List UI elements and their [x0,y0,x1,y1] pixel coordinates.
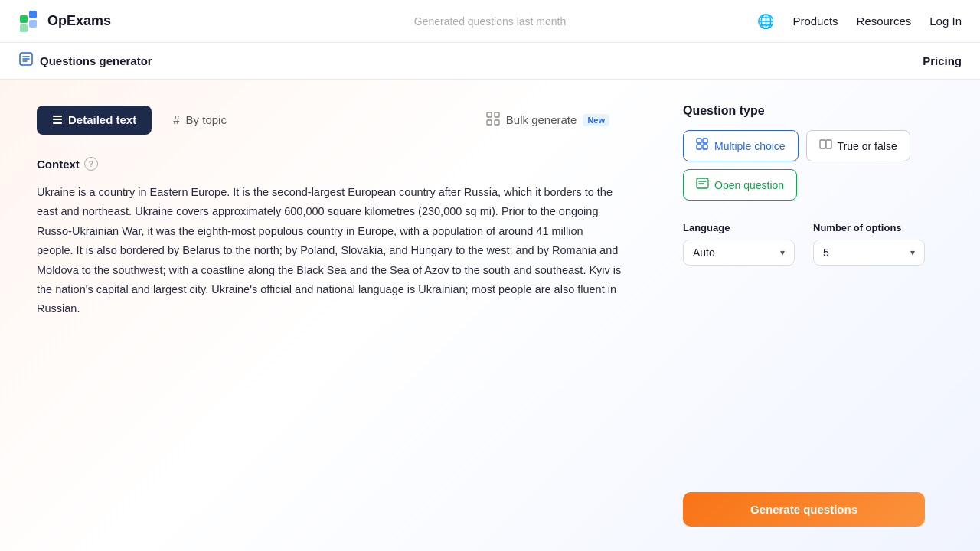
sub-navbar-left: Questions generator [18,51,152,70]
list-icon: ☰ [52,113,62,127]
options-value: 5 [823,246,829,259]
generate-button[interactable]: Generate questions [683,492,925,527]
questions-generator-icon [18,51,34,70]
navbar: OpExams Generated questions last month 🌐… [0,0,980,43]
svg-rect-10 [703,139,707,143]
context-help-icon[interactable]: ? [84,157,98,171]
svg-rect-6 [495,112,499,117]
login-link[interactable]: Log In [929,15,962,28]
svg-rect-11 [697,145,701,149]
true-false-icon [819,138,832,154]
options-label: Number of options [813,222,925,233]
options-chevron-icon: ▾ [910,247,915,258]
sub-navbar-title: Questions generator [40,54,152,67]
bulk-new-badge: New [583,114,609,126]
tabs: ☰ Detailed text # By topic Bulk generate [37,104,622,135]
logo[interactable]: OpExams [18,9,111,34]
svg-rect-13 [820,140,825,148]
logo-text: OpExams [47,13,111,29]
open-question-icon [696,177,709,193]
pricing-link[interactable]: Pricing [923,54,962,67]
context-body: Ukraine is a country in Eastern Europe. … [37,183,622,319]
main-container: ☰ Detailed text # By topic Bulk generate [0,80,980,551]
navbar-right: 🌐 Products Resources Log In [757,13,962,30]
logo-icon [18,9,43,34]
svg-rect-2 [29,20,37,28]
options-group: Number of options 5 ▾ [813,222,925,266]
language-select[interactable]: Auto ▾ [683,240,795,266]
true-or-false-btn[interactable]: True or false [806,130,910,161]
bulk-icon [486,112,500,128]
svg-rect-14 [826,140,831,148]
right-panel: Question type Multiple choice [658,80,949,551]
options-select[interactable]: 5 ▾ [813,240,925,266]
multiple-choice-icon [696,138,709,154]
context-label: Context ? [37,157,622,171]
svg-rect-3 [20,24,28,32]
products-link[interactable]: Products [792,15,838,28]
navbar-center-text: Generated questions last month [414,15,566,28]
globe-icon[interactable]: 🌐 [757,13,774,30]
tab-by-topic[interactable]: # By topic [158,106,242,134]
qtype-options: Multiple choice True or false [683,130,925,201]
svg-rect-1 [29,11,37,18]
tab-bulk-generate[interactable]: Bulk generate New [474,104,622,135]
question-type-title: Question type [683,104,925,118]
language-label: Language [683,222,795,233]
multiple-choice-btn[interactable]: Multiple choice [683,130,799,161]
svg-rect-9 [697,139,701,143]
sub-navbar: Questions generator Pricing [0,43,980,80]
tab-detailed-text[interactable]: ☰ Detailed text [37,106,152,135]
language-value: Auto [693,246,715,259]
svg-rect-7 [487,120,492,125]
language-chevron-icon: ▾ [780,247,785,258]
resources-link[interactable]: Resources [857,15,912,28]
svg-rect-8 [495,120,499,125]
svg-rect-12 [703,145,707,149]
settings-row: Language Auto ▾ Number of options 5 ▾ [683,222,925,266]
left-panel: ☰ Detailed text # By topic Bulk generate [0,80,658,551]
svg-rect-0 [20,15,28,23]
language-group: Language Auto ▾ [683,222,795,266]
svg-rect-5 [487,112,492,117]
hash-icon: # [173,113,179,126]
open-question-btn[interactable]: Open question [683,169,797,201]
